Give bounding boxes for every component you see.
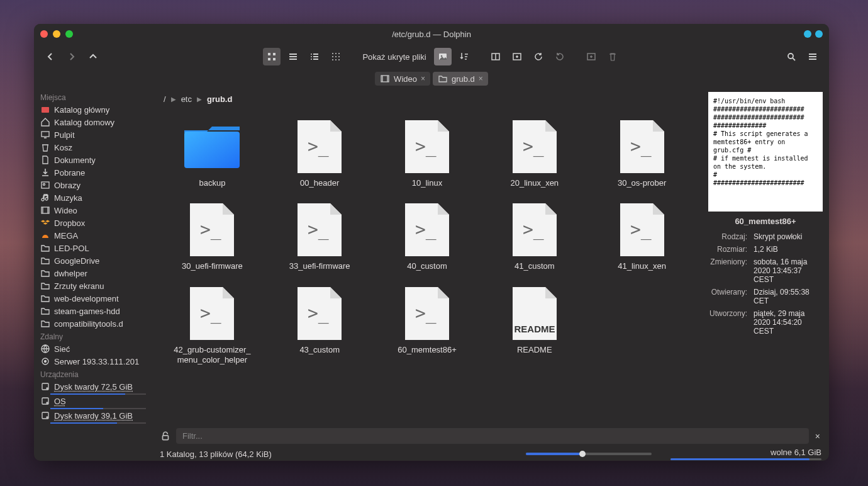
sidebar-item-device[interactable]: home-hdd xyxy=(34,424,152,426)
music-icon xyxy=(40,193,50,203)
file-item[interactable]: >_ 00_header xyxy=(266,114,374,192)
file-item[interactable]: backup xyxy=(159,114,266,192)
svg-text:>_: >_ xyxy=(415,136,437,157)
zoom-thumb[interactable] xyxy=(579,451,586,457)
clear-filter-icon[interactable]: × xyxy=(814,431,821,441)
sidebar-item[interactable]: GoogleDrive xyxy=(34,254,152,267)
close-window-button[interactable] xyxy=(40,30,48,38)
svg-text:>_: >_ xyxy=(415,219,437,240)
file-item[interactable]: >_ 20_linux_xen xyxy=(481,114,588,192)
info-key: Zmieniony: xyxy=(709,256,752,285)
folder-icon xyxy=(40,306,50,316)
file-item[interactable]: >_ 40_custom xyxy=(374,197,481,275)
new-tab-button[interactable] xyxy=(508,48,526,65)
reload-button[interactable] xyxy=(530,48,547,65)
svg-point-18 xyxy=(338,56,340,57)
file-item[interactable]: >_ 60_memtest86+ xyxy=(374,281,481,370)
file-item[interactable]: >_ 30_os-prober xyxy=(588,114,696,192)
svg-text:>_: >_ xyxy=(308,136,329,157)
script-icon: >_ xyxy=(611,118,674,176)
svg-point-52 xyxy=(47,388,48,389)
file-label: 43_custom xyxy=(299,345,340,355)
sidebar-item-label: LED-POL xyxy=(54,244,89,253)
file-item[interactable]: >_ 33_uefi-firmware xyxy=(266,197,374,275)
breadcrumb-etc[interactable]: etc xyxy=(181,94,192,104)
menu-button[interactable] xyxy=(804,48,821,65)
lock-icon[interactable] xyxy=(160,431,171,442)
svg-text:>_: >_ xyxy=(630,219,652,240)
sort-button[interactable] xyxy=(455,48,473,65)
sidebar-item[interactable]: Dropbox xyxy=(34,217,152,229)
close-tab-icon[interactable]: × xyxy=(479,74,483,83)
file-item[interactable]: >_ 42_grub-customizer_menu_color_helper xyxy=(159,281,266,370)
split-view-button[interactable] xyxy=(487,48,504,65)
sidebar-item-device[interactable]: Dysk twardy 72,5 GiB xyxy=(34,380,152,393)
undo-button[interactable] xyxy=(551,48,569,65)
svg-rect-36 xyxy=(809,59,816,60)
sidebar-item[interactable]: Kosz xyxy=(34,141,152,154)
view-details-button[interactable] xyxy=(306,48,323,65)
up-button[interactable] xyxy=(84,48,102,65)
sidebar-item-label: Sieć xyxy=(54,344,70,354)
show-hidden-label[interactable]: Pokaż ukryte pliki xyxy=(359,52,430,62)
sidebar-item[interactable]: Pobrane xyxy=(34,166,152,179)
sidebar-item[interactable]: Dokumenty xyxy=(34,154,152,166)
back-button[interactable] xyxy=(42,48,59,65)
sidebar-item[interactable]: Serwer 193.33.111.201 xyxy=(34,355,152,368)
file-item[interactable]: >_ 41_custom xyxy=(481,197,588,275)
sidebar-item[interactable]: compatibilitytools.d xyxy=(34,317,152,330)
close-tab-icon[interactable]: × xyxy=(421,74,425,83)
file-item[interactable]: >_ 41_linux_xen xyxy=(588,197,696,275)
sidebar-item[interactable]: Sieć xyxy=(34,342,152,355)
zoom-slider[interactable] xyxy=(526,453,652,455)
file-item[interactable]: >_ 10_linux xyxy=(374,114,481,192)
titlebar-button-a[interactable] xyxy=(804,30,811,38)
sidebar-item[interactable]: Obrazy xyxy=(34,179,152,191)
sidebar-item[interactable]: dwhelper xyxy=(34,267,152,280)
tab-grubd[interactable]: grub.d × xyxy=(433,72,488,86)
sidebar-item-device[interactable]: OS xyxy=(34,395,152,407)
file-item[interactable]: >_ 43_custom xyxy=(266,281,374,370)
filter-input[interactable] xyxy=(176,428,809,444)
sidebar-item[interactable]: steam-games-hdd xyxy=(34,305,152,317)
sidebar-item[interactable]: Zrzuty ekranu xyxy=(34,280,152,292)
file-item[interactable]: README README xyxy=(481,281,588,370)
delete-button[interactable] xyxy=(604,48,621,65)
sidebar-item[interactable]: Katalog domowy xyxy=(34,116,152,128)
info-value: sobota, 16 maja 2020 13:45:37 CEST xyxy=(754,256,821,285)
info-key: Rodzaj: xyxy=(709,231,752,242)
svg-rect-1 xyxy=(273,53,275,55)
sidebar-item[interactable]: MEGA xyxy=(34,229,152,242)
info-value: Dzisiaj, 09:55:38 CET xyxy=(754,286,821,307)
sidebar-item[interactable]: Katalog główny xyxy=(34,103,152,116)
preview-toggle-button[interactable] xyxy=(434,48,452,65)
sidebar-item[interactable]: Muzyka xyxy=(34,191,152,204)
sidebar-item-label: GoogleDrive xyxy=(54,256,99,266)
tab-wideo[interactable]: Wideo × xyxy=(375,72,430,86)
sidebar-item-label: Dysk twardy 39,1 GiB xyxy=(54,411,133,421)
breadcrumb-root[interactable]: / xyxy=(164,94,166,104)
sidebar-item-label: Katalog domowy xyxy=(54,118,114,127)
new-folder-button[interactable] xyxy=(582,48,600,65)
file-label: 40_custom xyxy=(407,261,447,271)
sidebar-item[interactable]: LED-POL xyxy=(34,242,152,254)
maximize-window-button[interactable] xyxy=(65,30,73,38)
sidebar-item[interactable]: web-development xyxy=(34,292,152,305)
sidebar-item-device[interactable]: Dysk twardy 39,1 GiB xyxy=(34,409,152,422)
view-icons-button[interactable] xyxy=(263,48,281,65)
view-grid-button[interactable] xyxy=(327,48,345,65)
sidebar-item-label: steam-games-hdd xyxy=(54,307,120,316)
forward-button[interactable] xyxy=(63,48,81,65)
chevron-right-icon: ▶ xyxy=(197,96,202,103)
view-compact-button[interactable] xyxy=(284,48,302,65)
minimize-window-button[interactable] xyxy=(53,30,60,38)
file-item[interactable]: >_ 30_uefi-firmware xyxy=(159,197,266,275)
titlebar-button-b[interactable] xyxy=(815,30,823,38)
svg-rect-40 xyxy=(42,107,49,113)
svg-rect-35 xyxy=(809,56,816,57)
sidebar-item[interactable]: Pulpit xyxy=(34,128,152,141)
sidebar-item[interactable]: Wideo xyxy=(34,204,152,217)
search-button[interactable] xyxy=(782,48,800,65)
file-grid[interactable]: backup >_ 00_header >_ 10_linux >_ 20_li… xyxy=(152,108,702,426)
breadcrumb-current[interactable]: grub.d xyxy=(207,94,232,104)
